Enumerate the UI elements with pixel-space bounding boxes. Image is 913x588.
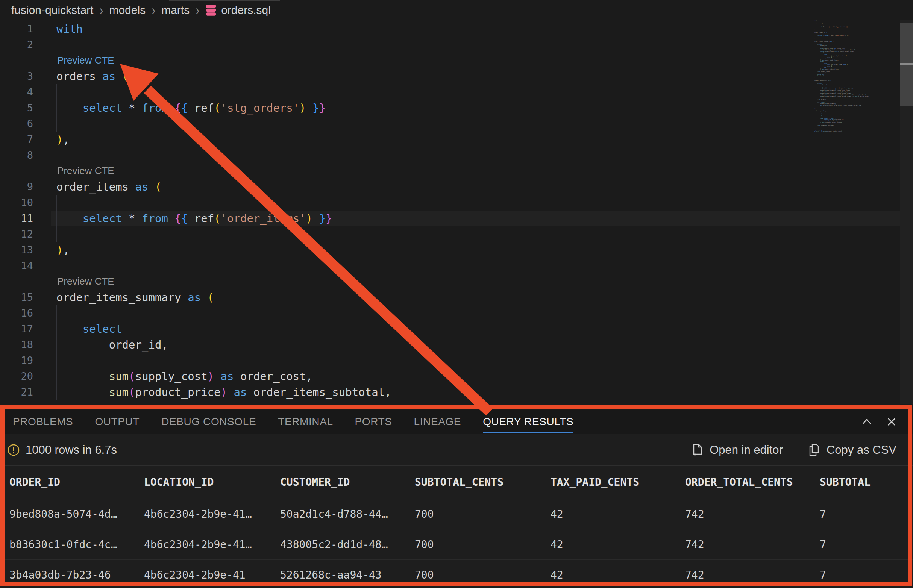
code-line: 15order_items_summary as (: [0, 289, 913, 305]
code-line: 12: [0, 226, 913, 242]
line-number: 15: [0, 289, 33, 305]
tab-ports[interactable]: PORTS: [355, 416, 392, 428]
preview-cte-codelens[interactable]: Preview CTE: [57, 163, 114, 178]
new-file-icon: [691, 443, 703, 457]
query-results-status-bar: 1000 rows in 6.7s Open in editor Copy as…: [0, 434, 913, 465]
copy-icon: [808, 443, 821, 457]
code-line: 1with: [0, 21, 913, 37]
line-number: 9: [0, 179, 33, 195]
table-cell: 742: [685, 538, 820, 551]
table-cell: 438005c2-dd1d-48…: [280, 538, 415, 551]
code-line: 20 sum(supply_cost) as order_cost,: [0, 368, 913, 384]
indent-guide-line: [57, 195, 57, 210]
table-row[interactable]: 9bed808a-5074-4d…4b6c2304-2b9e-41…50a2d1…: [0, 499, 913, 529]
code-text: ),: [57, 132, 69, 147]
minimap[interactable]: with orders as ( select * from {{ ref('s…: [814, 20, 900, 389]
code-line: 7),: [0, 132, 913, 147]
indent-guide-line: [57, 226, 57, 242]
table-cell: 4b6c2304-2b9e-41…: [144, 538, 280, 551]
code-text: order_items_summary as (: [57, 289, 214, 305]
tab-strip-remnant: [169, 0, 280, 1]
table-cell: 4b6c2304-2b9e-41…: [144, 508, 280, 520]
column-header: CUSTOMER_ID: [280, 476, 415, 488]
preview-cte-codelens[interactable]: Preview CTE: [57, 53, 114, 68]
code-text: order_id,: [57, 337, 168, 353]
open-in-editor-button[interactable]: Open in editor: [691, 443, 783, 457]
preview-cte-codelens[interactable]: Preview CTE: [57, 274, 114, 289]
code-line: 17 select: [0, 321, 913, 337]
tab-lineage[interactable]: LINEAGE: [414, 416, 461, 428]
indent-guide-line: [57, 84, 57, 100]
code-text: orders as (: [57, 68, 129, 84]
code-line: 4: [0, 84, 913, 100]
line-number: 5: [0, 100, 33, 116]
code-line: 16: [0, 305, 913, 321]
code-line: 8: [0, 147, 913, 163]
tab-query-results[interactable]: QUERY RESULTS: [483, 416, 574, 428]
code-text: ),: [57, 242, 69, 258]
table-cell: 3b4a03db-7b23-46: [10, 569, 144, 581]
indent-guide-line: [57, 305, 57, 321]
chevron-right-icon: ›: [196, 2, 199, 18]
code-line: 9order_items as (: [0, 179, 913, 195]
panel-close-button[interactable]: [885, 415, 898, 428]
codelens-row: Preview CTE: [0, 53, 913, 68]
code-text: sum(product_price) as order_items_subtot…: [57, 384, 391, 400]
bottom-panel: PROBLEMSOUTPUTDEBUG CONSOLETERMINALPORTS…: [0, 410, 913, 588]
breadcrumb-segment[interactable]: fusion-quickstart: [11, 4, 93, 16]
code-text: select: [57, 321, 122, 337]
indent-guide-line: [57, 353, 57, 368]
code-line: 18 order_id,: [0, 337, 913, 353]
breadcrumb: fusion-quickstart›models›marts›orders.sq…: [0, 0, 913, 20]
line-number: 4: [0, 84, 33, 100]
line-number: 7: [0, 132, 33, 147]
table-cell: 50a2d1c4-d788-44…: [280, 508, 415, 520]
column-header: TAX_PAID_CENTS: [551, 476, 685, 488]
panel-maximize-button[interactable]: [860, 415, 873, 428]
results-table-body: 9bed808a-5074-4d…4b6c2304-2b9e-41…50a2d1…: [0, 499, 913, 588]
line-number: 6: [0, 116, 33, 132]
table-cell: 42: [551, 569, 685, 581]
breadcrumb-filename: orders.sql: [221, 4, 271, 16]
close-icon: [886, 416, 898, 428]
line-number: 8: [0, 147, 33, 163]
column-header: LOCATION_ID: [144, 476, 280, 488]
line-number: 11: [0, 210, 33, 226]
column-header: SUBTOTAL: [820, 476, 913, 488]
code-line: 11 select * from {{ ref('order_items') }…: [0, 210, 913, 226]
codelens-row: Preview CTE: [0, 163, 913, 179]
copy-as-csv-label: Copy as CSV: [827, 443, 897, 457]
copy-as-csv-button[interactable]: Copy as CSV: [808, 443, 897, 457]
chevron-right-icon: ›: [99, 2, 103, 18]
table-cell: 700: [415, 569, 551, 581]
chevron-up-icon: [861, 416, 873, 428]
table-row[interactable]: b83630c1-0fdc-4c…4b6c2304-2b9e-41…438005…: [0, 529, 913, 559]
line-number: 17: [0, 321, 33, 337]
breadcrumb-segment[interactable]: models: [109, 4, 145, 16]
breadcrumb-segment[interactable]: marts: [161, 4, 189, 16]
breadcrumb-file[interactable]: orders.sql: [205, 4, 271, 16]
line-number: 3: [0, 68, 33, 84]
panel-tab-bar: PROBLEMSOUTPUTDEBUG CONSOLETERMINALPORTS…: [0, 410, 913, 434]
tab-problems[interactable]: PROBLEMS: [13, 416, 73, 428]
table-cell: 4b6c2304-2b9e-41: [144, 569, 280, 581]
row-count-status: 1000 rows in 6.7s: [26, 443, 117, 457]
column-header: SUBTOTAL_CENTS: [415, 476, 551, 488]
line-number: 2: [0, 37, 33, 53]
column-header: ORDER_ID: [10, 476, 144, 488]
table-cell: 700: [415, 538, 551, 551]
table-cell: 7: [820, 569, 913, 581]
code-line: 13),: [0, 242, 913, 258]
tab-terminal[interactable]: TERMINAL: [278, 416, 333, 428]
minimap-code: with orders as ( select * from {{ ref('s…: [814, 20, 839, 132]
table-cell: 742: [685, 569, 820, 581]
scrollbar-marker: [900, 63, 913, 65]
code-editor[interactable]: 1with2Preview CTE3orders as (45 select *…: [0, 21, 913, 400]
table-row[interactable]: 3b4a03db-7b23-464b6c2304-2b9e-415261268c…: [0, 559, 913, 588]
column-header: ORDER_TOTAL_CENTS: [685, 476, 820, 488]
line-number: 14: [0, 258, 33, 274]
code-line: 21 sum(product_price) as order_items_sub…: [0, 384, 913, 400]
tab-debug-console[interactable]: DEBUG CONSOLE: [161, 416, 256, 428]
tab-output[interactable]: OUTPUT: [95, 416, 139, 428]
code-line: 3orders as (: [0, 68, 913, 84]
